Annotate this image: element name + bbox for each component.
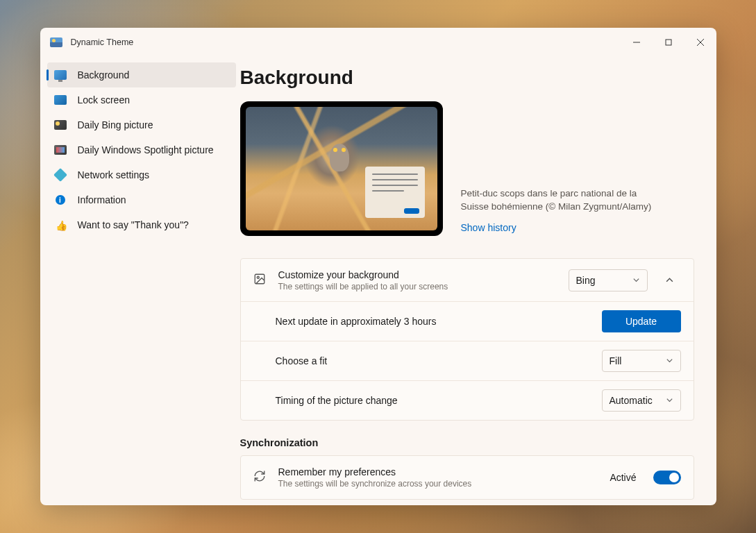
sidebar-item-label: Want to say "Thank you"? <box>78 219 189 230</box>
timing-label: Timing of the picture change <box>276 395 591 406</box>
update-button[interactable]: Update <box>602 310 681 332</box>
toggle-state-label: Activé <box>610 472 636 483</box>
chevron-down-icon <box>632 275 640 286</box>
monitor-icon <box>54 70 67 80</box>
update-status: Next update in approximately 3 hours <box>276 316 591 327</box>
sidebar: Background Lock screen Daily Bing pictur… <box>40 57 240 505</box>
sync-icon <box>253 470 267 485</box>
app-title: Dynamic Theme <box>71 37 134 47</box>
main-content[interactable]: Background <box>240 57 716 505</box>
timing-value: Automatic <box>610 395 653 406</box>
source-value: Bing <box>576 275 596 286</box>
fit-select[interactable]: Fill <box>602 350 681 372</box>
timing-select[interactable]: Automatic <box>602 389 681 412</box>
customize-title: Customize your background <box>278 269 557 280</box>
background-preview <box>240 101 443 236</box>
app-icon <box>50 37 62 47</box>
sync-toggle[interactable] <box>653 471 681 484</box>
minimize-button[interactable] <box>621 31 653 53</box>
collapse-section-button[interactable] <box>659 269 681 291</box>
chevron-down-icon <box>666 355 673 366</box>
info-icon: i <box>56 195 65 205</box>
sidebar-item-label: Lock screen <box>78 94 130 105</box>
preview-note-overlay <box>365 167 425 218</box>
close-button[interactable] <box>684 31 716 53</box>
chevron-down-icon <box>666 395 673 406</box>
sync-header: Synchronization <box>240 437 694 448</box>
sidebar-item-network[interactable]: Network settings <box>47 162 236 187</box>
sidebar-item-bing[interactable]: Daily Bing picture <box>47 112 236 137</box>
show-history-link[interactable]: Show history <box>461 222 694 233</box>
customize-card: Customize your background The settings w… <box>240 258 694 421</box>
diamond-icon <box>53 168 67 182</box>
app-window: Dynamic Theme Background Lock screen <box>40 28 716 505</box>
lockscreen-icon <box>54 95 67 105</box>
sync-card: Remember my preferences The settings wil… <box>240 455 694 500</box>
svg-point-5 <box>257 276 259 278</box>
bing-picture-icon <box>54 120 67 130</box>
image-caption: Petit-duc scops dans le parc national de… <box>461 187 655 214</box>
titlebar: Dynamic Theme <box>40 28 716 57</box>
sidebar-item-label: Daily Bing picture <box>78 119 153 130</box>
fit-value: Fill <box>610 355 622 366</box>
source-select[interactable]: Bing <box>569 269 648 291</box>
spotlight-icon <box>54 145 67 155</box>
sidebar-item-label: Information <box>78 194 126 205</box>
sync-title: Remember my preferences <box>278 466 599 477</box>
sidebar-item-spotlight[interactable]: Daily Windows Spotlight picture <box>47 137 236 162</box>
sidebar-item-lockscreen[interactable]: Lock screen <box>47 87 236 112</box>
thumbs-up-icon: 👍 <box>56 220 65 230</box>
page-title: Background <box>240 67 694 89</box>
sidebar-item-label: Background <box>78 69 130 81</box>
maximize-button[interactable] <box>653 31 684 53</box>
picture-icon <box>253 273 267 288</box>
sidebar-item-label: Network settings <box>78 169 149 180</box>
sidebar-item-information[interactable]: i Information <box>47 187 236 212</box>
customize-subtitle: The settings will be applied to all your… <box>278 282 557 291</box>
sidebar-item-background[interactable]: Background <box>47 62 236 87</box>
sidebar-item-label: Daily Windows Spotlight picture <box>78 144 214 155</box>
fit-label: Choose a fit <box>276 355 591 366</box>
sync-subtitle: The settings will be synchronize across … <box>278 479 599 489</box>
sidebar-item-thankyou[interactable]: 👍 Want to say "Thank you"? <box>47 212 236 237</box>
svg-rect-1 <box>666 40 671 45</box>
